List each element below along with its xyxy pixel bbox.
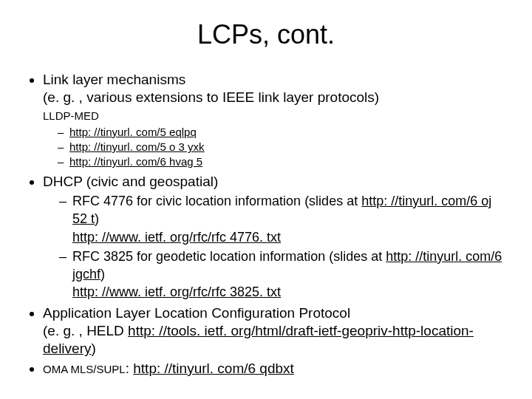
bullet-app-layer: Application Layer Location Configuration… <box>43 304 505 358</box>
bullet-subtext: (e. g. , various extensions to IEEE link… <box>43 89 505 106</box>
list-item: http: //tinyurl. com/5 eqlpq <box>58 125 505 140</box>
link[interactable]: http: //tinyurl. com/5 eqlpq <box>69 126 197 138</box>
bullet-text: Application Layer Location Configuration… <box>43 304 505 322</box>
link[interactable]: http: //www. ietf. org/rfc/rfc 3825. txt <box>72 284 281 299</box>
link[interactable]: http: //www. ietf. org/rfc/rfc 4776. txt <box>72 230 281 245</box>
bullet-text: Link layer mechanisms <box>43 71 505 89</box>
text: RFC 3825 for geodetic location informati… <box>72 249 386 264</box>
list-item: RFC 3825 for geodetic location informati… <box>59 248 505 301</box>
link[interactable]: http: //tinyurl. com/6 hvag 5 <box>69 155 202 168</box>
bullet-oma: OMA MLS/SUPL: http: //tinyurl. com/6 qdb… <box>43 360 505 378</box>
slide: LCPs, cont. Link layer mechanisms (e. g.… <box>0 0 532 399</box>
bullet-subtext: (e. g. , HELD http: //tools. ietf. org/h… <box>43 322 505 358</box>
list-item: http: //tinyurl. com/6 hvag 5 <box>58 154 505 169</box>
text: ) <box>100 267 105 282</box>
bullet-text: OMA MLS/SUPL <box>43 363 126 375</box>
dhcp-sub-list: RFC 4776 for civic location information … <box>43 192 505 301</box>
link[interactable]: http: //tinyurl. com/6 qdbxt <box>133 361 294 376</box>
list-item: http: //tinyurl. com/5 o 3 yxk <box>58 140 505 154</box>
list-item: RFC 4776 for civic location information … <box>59 192 505 246</box>
bullet-link-layer: Link layer mechanisms (e. g. , various e… <box>43 71 505 170</box>
bullet-dhcp: DHCP (civic and geospatial) RFC 4776 for… <box>43 173 505 301</box>
text: ) <box>95 211 99 226</box>
lldp-links-list: http: //tinyurl. com/5 eqlpq http: //tin… <box>43 125 505 170</box>
link[interactable]: http: //tinyurl. com/5 o 3 yxk <box>69 140 205 153</box>
text: RFC 4776 for civic location information … <box>72 194 361 208</box>
bullet-text: DHCP (civic and geospatial) <box>43 173 505 191</box>
lldp-label: LLDP-MED <box>43 109 505 123</box>
text: : <box>126 361 134 376</box>
bullet-list: Link layer mechanisms (e. g. , various e… <box>27 71 505 378</box>
slide-title: LCPs, cont. <box>27 19 505 50</box>
